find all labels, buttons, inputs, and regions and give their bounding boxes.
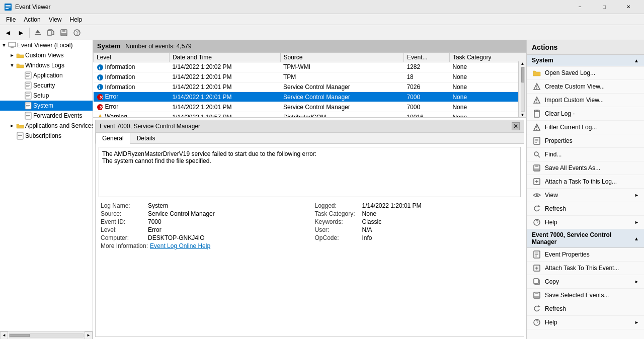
- action-view[interactable]: View ►: [527, 189, 644, 202]
- action-open-saved-log[interactable]: Open Saved Log...: [527, 66, 644, 80]
- close-button[interactable]: ✕: [617, 0, 640, 14]
- menu-help[interactable]: Help: [66, 15, 87, 24]
- event-detail-panel: Event 7000, Service Control Manager ✕ Ge…: [95, 120, 524, 337]
- action-view-arrow: ►: [634, 193, 639, 198]
- action-event-properties[interactable]: Event Properties: [527, 248, 644, 262]
- toolbar-save[interactable]: [58, 27, 70, 39]
- menu-file[interactable]: File: [2, 15, 20, 24]
- action-attach-task-log[interactable]: Attach a Task To this Log...: [527, 175, 644, 189]
- prop-computer-label: Computer:: [101, 234, 146, 241]
- tab-details[interactable]: Details: [130, 133, 162, 143]
- table-row[interactable]: ✕Error 1/14/2022 1:20:01 PM Service Cont…: [94, 102, 526, 112]
- title-bar: Event Viewer − □ ✕: [0, 0, 644, 14]
- action-save-selected-events[interactable]: Save Selected Events...: [527, 289, 644, 302]
- action-copy-arrow: ►: [634, 279, 639, 284]
- actions-section-event-title: Event 7000, Service Control Manager: [532, 231, 634, 245]
- sidebar-item-windows-logs[interactable]: ▼ Windows Logs: [0, 60, 93, 70]
- col-datetime[interactable]: Date and Time: [169, 53, 280, 62]
- sidebar-item-custom-views[interactable]: ► Custom Views: [0, 50, 93, 60]
- prop-more-info-link[interactable]: Event Log Online Help: [150, 242, 210, 249]
- col-task[interactable]: Task Category: [449, 53, 526, 62]
- col-event[interactable]: Event...: [404, 53, 449, 62]
- prop-log-name-label: Log Name:: [101, 202, 146, 209]
- event-table-scroll[interactable]: Level Date and Time Source Event... Task…: [93, 52, 526, 118]
- toolbar-open[interactable]: [45, 27, 57, 39]
- action-help-system[interactable]: ? Help ►: [527, 216, 644, 229]
- sidebar-item-system[interactable]: System: [0, 101, 93, 111]
- toolbar-up[interactable]: [32, 27, 44, 39]
- prop-task-category: Task Category: None: [315, 210, 519, 217]
- svg-rect-28: [26, 105, 30, 106]
- prop-source-label: Source:: [101, 210, 146, 217]
- properties-icon: [532, 136, 542, 146]
- sidebar-item-setup[interactable]: Setup: [0, 91, 93, 101]
- sidebar-item-application[interactable]: Application: [0, 70, 93, 80]
- create-custom-view-icon: [532, 81, 542, 92]
- scroll-right-arrow[interactable]: ►: [85, 331, 93, 340]
- col-level[interactable]: Level: [94, 53, 170, 62]
- toolbar-help[interactable]: ?: [71, 27, 83, 39]
- action-create-custom-view-label: Create Custom View...: [545, 83, 605, 90]
- action-filter-current-log[interactable]: Filter Current Log...: [527, 121, 644, 134]
- svg-rect-15: [26, 73, 30, 74]
- action-save-all-events[interactable]: Save All Events As...: [527, 161, 644, 175]
- table-row[interactable]: ✕Error 1/14/2022 1:20:01 PM Service Cont…: [94, 92, 526, 102]
- cell-event: 7026: [404, 82, 449, 92]
- table-row[interactable]: !Warning 1/14/2022 1:19:57 PM Distribute…: [94, 112, 526, 118]
- prop-source-value: Service Control Manager: [148, 210, 215, 217]
- prop-user-label: User:: [315, 226, 360, 233]
- action-open-saved-log-label: Open Saved Log...: [545, 69, 595, 76]
- prop-logged-label: Logged:: [315, 202, 360, 209]
- prop-keywords-label: Keywords:: [315, 218, 360, 225]
- event-detail-close[interactable]: ✕: [512, 122, 520, 130]
- svg-rect-2: [6, 7, 11, 8]
- maximize-button[interactable]: □: [593, 0, 616, 14]
- tab-general[interactable]: General: [96, 133, 130, 144]
- action-create-custom-view[interactable]: Create Custom View...: [527, 80, 644, 94]
- action-refresh-event[interactable]: Refresh: [527, 302, 644, 316]
- scroll-left-arrow[interactable]: ◄: [0, 331, 8, 340]
- table-scrollbar[interactable]: ▲ ▼: [518, 61, 526, 117]
- toolbar-forward[interactable]: ►: [15, 27, 27, 39]
- main-layout: ▼ Event Viewer (Local) ► Custom Views ▼ …: [0, 40, 644, 339]
- table-scroll-thumb[interactable]: [521, 67, 524, 82]
- sidebar-item-apps-services[interactable]: ► Applications and Services Lo: [0, 121, 93, 131]
- action-properties[interactable]: Properties: [527, 134, 644, 148]
- sidebar-item-forwarded[interactable]: Forwarded Events: [0, 111, 93, 121]
- table-scroll-down[interactable]: ▼: [521, 113, 525, 117]
- menu-view[interactable]: View: [45, 15, 66, 24]
- table-row[interactable]: iInformation 1/14/2022 1:20:02 PM TPM-WM…: [94, 62, 526, 72]
- svg-rect-88: [535, 292, 538, 294]
- action-import-custom-view[interactable]: Import Custom View...: [527, 94, 644, 107]
- action-clear-log[interactable]: Clear Log -: [527, 107, 644, 121]
- action-copy[interactable]: Copy ►: [527, 275, 644, 289]
- svg-text:✕: ✕: [99, 105, 103, 110]
- col-source[interactable]: Source: [280, 53, 404, 62]
- cell-event: 18: [404, 72, 449, 82]
- actions-section-event[interactable]: Event 7000, Service Control Manager ▲: [527, 229, 644, 248]
- svg-text:i: i: [99, 65, 100, 70]
- sidebar-item-root[interactable]: ▼ Event Viewer (Local): [0, 40, 93, 50]
- svg-text:i: i: [99, 75, 100, 80]
- event-table: Level Date and Time Source Event... Task…: [93, 52, 526, 118]
- folder-icon-custom-views: [16, 51, 24, 59]
- action-help-system-label: Help: [545, 219, 557, 226]
- log-icon-application: [24, 71, 32, 79]
- sidebar-item-security[interactable]: Security: [0, 80, 93, 91]
- sidebar-root-label: Event Viewer (Local): [17, 42, 73, 49]
- table-scroll-up[interactable]: ▲: [521, 61, 525, 66]
- table-row[interactable]: iInformation 1/14/2022 1:20:01 PM Servic…: [94, 82, 526, 92]
- toolbar-back[interactable]: ◄: [2, 27, 14, 39]
- table-row[interactable]: iInformation 1/14/2022 1:20:01 PM TPM 18…: [94, 72, 526, 82]
- action-refresh-system[interactable]: Refresh: [527, 202, 644, 216]
- cell-task: None: [449, 82, 526, 92]
- minimize-button[interactable]: −: [569, 0, 592, 14]
- sidebar-item-subscriptions[interactable]: Subscriptions: [0, 131, 93, 141]
- action-find[interactable]: Find...: [527, 148, 644, 161]
- sidebar-label-security: Security: [33, 82, 55, 89]
- menu-action[interactable]: Action: [20, 15, 44, 24]
- action-help-event[interactable]: ? Help ►: [527, 316, 644, 329]
- actions-section-event-collapse: ▲: [634, 236, 639, 241]
- actions-section-system[interactable]: System ▲: [527, 55, 644, 66]
- action-attach-task-event[interactable]: Attach Task To This Event...: [527, 262, 644, 275]
